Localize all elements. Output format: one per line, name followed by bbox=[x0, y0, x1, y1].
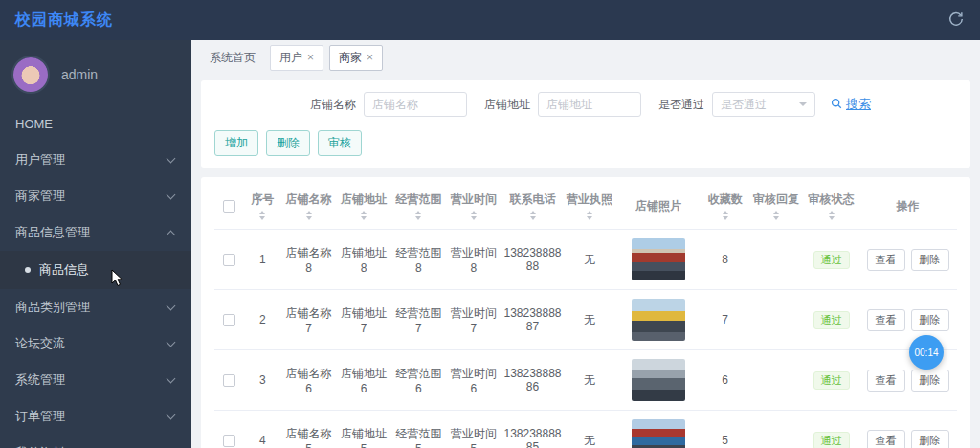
sort-icon[interactable] bbox=[530, 211, 536, 220]
cell-business-hours: 营业时间8 bbox=[446, 230, 501, 290]
sidebar: admin HOME 用户管理 商家管理 商品信息管理 商品信息 商品类别管理 bbox=[0, 40, 191, 448]
chevron-down-icon bbox=[167, 301, 176, 310]
column-header: 店铺名称 bbox=[286, 191, 332, 208]
tab-users[interactable]: 用户 bbox=[270, 45, 323, 71]
cell-audit-reply bbox=[748, 411, 803, 448]
cell-no: 3 bbox=[244, 350, 281, 411]
shop-name-label: 店铺名称 bbox=[310, 97, 356, 113]
view-button[interactable]: 查看 bbox=[867, 370, 905, 392]
sidebar-item-home[interactable]: HOME bbox=[0, 105, 191, 142]
approved-select[interactable]: 是否通过 bbox=[712, 92, 815, 117]
status-badge: 通过 bbox=[813, 311, 850, 329]
close-icon[interactable] bbox=[307, 52, 314, 63]
row-delete-button[interactable]: 删除 bbox=[911, 309, 949, 331]
cell-license: 无 bbox=[564, 350, 614, 411]
view-button[interactable]: 查看 bbox=[867, 249, 905, 271]
search-button[interactable]: 搜索 bbox=[831, 96, 871, 113]
cell-shop-name: 店铺名称6 bbox=[281, 350, 336, 411]
view-button[interactable]: 查看 bbox=[867, 430, 905, 448]
cell-favorites: 7 bbox=[702, 290, 748, 350]
column-header: 店铺地址 bbox=[341, 191, 387, 208]
sort-icon[interactable] bbox=[587, 211, 592, 220]
cell-business-scope: 经营范围8 bbox=[391, 230, 446, 290]
cell-shop-address: 店铺地址5 bbox=[336, 411, 390, 448]
delete-button[interactable]: 删除 bbox=[266, 130, 310, 156]
top-bar: 校园商城系统 bbox=[0, 0, 980, 40]
cell-no: 4 bbox=[244, 411, 281, 448]
cell-phone: 13823888888 bbox=[501, 230, 565, 290]
column-header: 操作 bbox=[897, 198, 920, 214]
row-delete-button[interactable]: 删除 bbox=[911, 249, 949, 271]
sidebar-item-label: 商品信息管理 bbox=[15, 224, 90, 241]
sidebar-item-order-mgmt[interactable]: 订单管理 bbox=[0, 398, 191, 435]
merchant-table: 序号 店铺名称 店铺地址 经营范围 营业时间 联系电话 营业执照 店铺照片 收藏… bbox=[214, 183, 957, 448]
search-icon bbox=[831, 98, 842, 112]
cell-favorites: 8 bbox=[702, 230, 748, 290]
column-header: 收藏数 bbox=[708, 191, 743, 208]
column-header: 序号 bbox=[251, 191, 274, 208]
add-button[interactable]: 增加 bbox=[214, 130, 258, 156]
sidebar-subitem-product-info[interactable]: 商品信息 bbox=[0, 251, 191, 289]
row-delete-button[interactable]: 删除 bbox=[911, 370, 949, 392]
sort-icon[interactable] bbox=[259, 211, 265, 220]
cell-shop-name: 店铺名称8 bbox=[281, 230, 336, 290]
cell-phone: 13823888885 bbox=[501, 411, 565, 448]
sidebar-item-system-mgmt[interactable]: 系统管理 bbox=[0, 362, 191, 398]
logout-button[interactable] bbox=[947, 11, 965, 31]
select-all-checkbox[interactable] bbox=[223, 200, 235, 213]
row-delete-button[interactable]: 删除 bbox=[911, 430, 949, 448]
content: 店铺名称 店铺地址 是否通过 是否通过 bbox=[191, 73, 980, 448]
shop-name-input[interactable] bbox=[364, 92, 467, 117]
store-photo[interactable] bbox=[632, 299, 685, 341]
row-checkbox[interactable] bbox=[223, 374, 235, 387]
close-icon[interactable] bbox=[367, 52, 373, 63]
timer-badge[interactable]: 00:14 bbox=[909, 335, 944, 370]
row-checkbox[interactable] bbox=[223, 314, 235, 326]
store-photo[interactable] bbox=[632, 359, 685, 401]
cell-shop-name: 店铺名称5 bbox=[281, 411, 336, 448]
store-photo[interactable] bbox=[632, 419, 685, 448]
store-photo[interactable] bbox=[632, 238, 685, 280]
status-badge: 通过 bbox=[813, 432, 850, 448]
table-row: 3 店铺名称6 店铺地址6 经营范围6 营业时间6 13823888886 无 … bbox=[214, 350, 957, 411]
cell-no: 2 bbox=[244, 290, 281, 350]
chevron-down-icon bbox=[167, 410, 176, 419]
sidebar-item-my-profile[interactable]: 我的资料 bbox=[0, 435, 191, 448]
sort-icon[interactable] bbox=[306, 211, 312, 220]
sort-icon[interactable] bbox=[829, 211, 835, 220]
logout-icon bbox=[947, 11, 965, 31]
view-button[interactable]: 查看 bbox=[867, 309, 905, 331]
tab-bar: 系统首页 用户 商家 bbox=[191, 40, 980, 73]
sort-icon[interactable] bbox=[471, 211, 477, 220]
audit-button[interactable]: 审核 bbox=[318, 130, 362, 156]
cell-business-scope: 经营范围5 bbox=[391, 411, 446, 448]
sidebar-item-user-mgmt[interactable]: 用户管理 bbox=[0, 142, 191, 178]
cell-no: 1 bbox=[244, 230, 281, 290]
sidebar-subitem-label: 商品信息 bbox=[39, 261, 89, 279]
table-row: 2 店铺名称7 店铺地址7 经营范围7 营业时间7 13823888887 无 … bbox=[214, 290, 957, 350]
sort-icon[interactable] bbox=[773, 211, 779, 220]
table-card: 序号 店铺名称 店铺地址 经营范围 营业时间 联系电话 营业执照 店铺照片 收藏… bbox=[201, 177, 970, 448]
row-checkbox[interactable] bbox=[223, 254, 235, 266]
sidebar-item-label: 商品类别管理 bbox=[15, 299, 90, 316]
column-header: 联系电话 bbox=[510, 191, 556, 208]
shop-address-input[interactable] bbox=[538, 92, 641, 117]
sidebar-item-merchant-mgmt[interactable]: 商家管理 bbox=[0, 178, 191, 214]
tab-merchants[interactable]: 商家 bbox=[329, 45, 383, 71]
avatar[interactable] bbox=[11, 56, 50, 94]
filter-card: 店铺名称 店铺地址 是否通过 是否通过 bbox=[201, 80, 970, 168]
sort-icon[interactable] bbox=[415, 211, 421, 220]
toolbar: 增加 删除 审核 bbox=[214, 130, 957, 156]
shop-address-label: 店铺地址 bbox=[484, 97, 530, 113]
sidebar-item-product-info-mgmt[interactable]: 商品信息管理 bbox=[0, 214, 191, 251]
sidebar-item-forum[interactable]: 论坛交流 bbox=[0, 325, 191, 362]
sort-icon[interactable] bbox=[723, 211, 728, 220]
sidebar-item-product-category-mgmt[interactable]: 商品类别管理 bbox=[0, 289, 191, 325]
column-header: 审核回复 bbox=[753, 191, 799, 208]
sort-icon[interactable] bbox=[361, 211, 367, 220]
tab-system-home[interactable]: 系统首页 bbox=[201, 46, 264, 70]
app-title: 校园商城系统 bbox=[15, 11, 113, 31]
row-checkbox[interactable] bbox=[223, 435, 235, 447]
cell-license: 无 bbox=[564, 290, 614, 350]
chevron-down-icon bbox=[799, 102, 807, 110]
